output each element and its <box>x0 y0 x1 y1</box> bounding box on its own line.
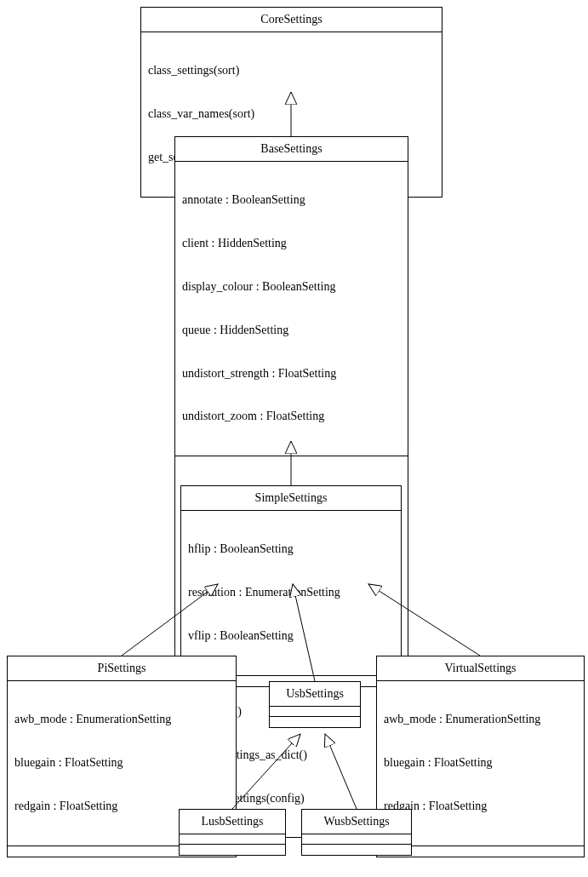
attribute: awb_mode : EnumerationSetting <box>14 712 229 728</box>
class-attributes: annotate : BooleanSetting client : Hidde… <box>175 162 408 456</box>
attribute: bluegain : FloatSetting <box>14 755 229 771</box>
class-attributes <box>302 834 411 845</box>
attribute: display_colour : BooleanSetting <box>182 279 401 295</box>
attribute: undistort_strength : FloatSetting <box>182 366 401 382</box>
attribute: annotate : BooleanSetting <box>182 192 401 209</box>
attribute: resolution : EnumerationSetting <box>188 585 394 601</box>
class-attributes: hflip : BooleanSetting resolution : Enum… <box>181 511 401 676</box>
class-attributes <box>270 707 360 717</box>
method: class_var_names(sort) <box>148 106 435 123</box>
class-wusb-settings: WusbSettings <box>301 809 412 856</box>
class-methods <box>270 717 360 727</box>
class-title: CoreSettings <box>141 8 442 32</box>
class-title: LusbSettings <box>180 810 285 834</box>
attribute: vflip : BooleanSetting <box>188 628 394 645</box>
class-title: PiSettings <box>8 656 236 681</box>
class-title: BaseSettings <box>175 137 408 162</box>
class-methods <box>180 845 285 855</box>
attribute: bluegain : FloatSetting <box>384 755 577 771</box>
class-usb-settings: UsbSettings <box>269 681 361 728</box>
attribute: awb_mode : EnumerationSetting <box>384 712 577 728</box>
attribute: undistort_zoom : FloatSetting <box>182 409 401 425</box>
attribute: queue : HiddenSetting <box>182 323 401 339</box>
uml-diagram: CoreSettings class_settings(sort) class_… <box>0 0 588 877</box>
class-methods <box>302 845 411 855</box>
class-title: VirtualSettings <box>377 656 584 681</box>
class-title: WusbSettings <box>302 810 411 834</box>
attribute: redgain : FloatSetting <box>384 799 577 815</box>
class-title: SimpleSettings <box>181 486 401 511</box>
method: class_settings(sort) <box>148 63 435 79</box>
class-lusb-settings: LusbSettings <box>179 809 286 856</box>
attribute: client : HiddenSetting <box>182 236 401 252</box>
attribute: hflip : BooleanSetting <box>188 542 394 558</box>
class-title: UsbSettings <box>270 682 360 707</box>
class-attributes <box>180 834 285 845</box>
